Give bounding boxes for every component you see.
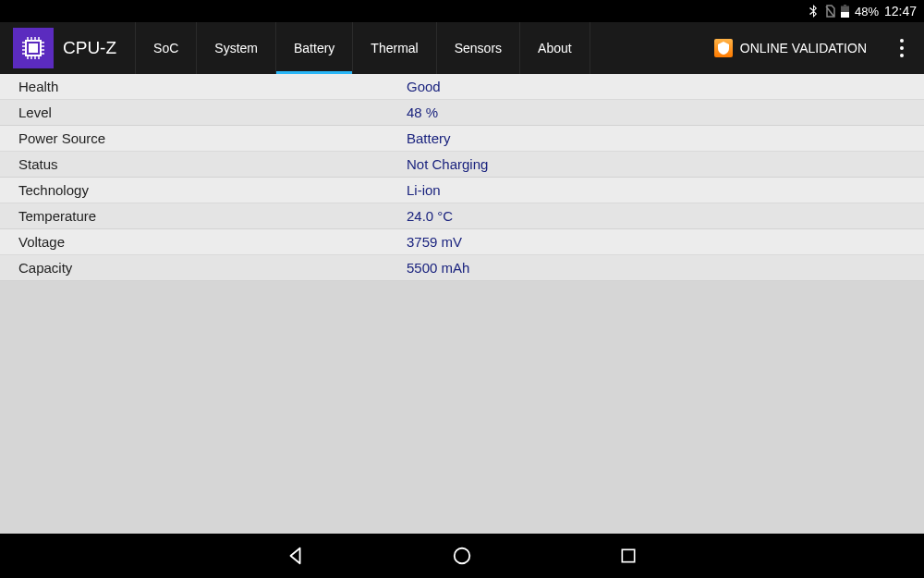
svg-rect-1 bbox=[841, 12, 849, 18]
info-row-health: Health Good bbox=[0, 74, 924, 100]
row-label: Capacity bbox=[0, 260, 407, 276]
tab-about[interactable]: About bbox=[520, 22, 590, 74]
svg-point-21 bbox=[455, 548, 470, 564]
info-row-power-source: Power Source Battery bbox=[0, 126, 924, 152]
nav-home-button[interactable] bbox=[444, 537, 480, 574]
row-value: Battery bbox=[407, 130, 451, 146]
tab-label: Sensors bbox=[455, 41, 502, 55]
tab-sensors[interactable]: Sensors bbox=[437, 22, 520, 74]
tab-label: Thermal bbox=[371, 41, 418, 55]
row-label: Temperature bbox=[0, 208, 407, 224]
battery-percent: 48% bbox=[855, 5, 879, 18]
row-value: 24.0 °C bbox=[407, 208, 453, 224]
nav-back-button[interactable] bbox=[277, 537, 314, 574]
row-value: 3759 mV bbox=[407, 234, 462, 250]
back-icon bbox=[286, 546, 306, 566]
info-row-voltage: Voltage 3759 mV bbox=[0, 229, 924, 255]
info-row-level: Level 48 % bbox=[0, 100, 924, 126]
row-label: Power Source bbox=[0, 130, 407, 146]
more-vert-icon bbox=[900, 39, 904, 57]
tab-label: System bbox=[214, 41, 258, 55]
tab-label: SoC bbox=[153, 41, 178, 55]
validation-badge-icon bbox=[714, 39, 733, 57]
android-nav-bar bbox=[0, 534, 924, 578]
tab-system[interactable]: System bbox=[197, 22, 276, 74]
clock: 12:47 bbox=[884, 4, 917, 18]
svg-rect-2 bbox=[844, 5, 846, 6]
info-row-technology: Technology Li-ion bbox=[0, 178, 924, 203]
row-label: Voltage bbox=[0, 234, 407, 250]
no-sim-icon bbox=[824, 5, 835, 18]
home-icon bbox=[452, 546, 472, 566]
tab-thermal[interactable]: Thermal bbox=[353, 22, 436, 74]
tab-battery[interactable]: Battery bbox=[276, 22, 353, 74]
info-row-status: Status Not Charging bbox=[0, 152, 924, 178]
overflow-menu-button[interactable] bbox=[880, 22, 924, 74]
app-bar: CPU-Z SoC System Battery Thermal Sensors… bbox=[0, 22, 924, 74]
row-value: 48 % bbox=[407, 105, 438, 120]
row-label: Health bbox=[0, 79, 407, 94]
tab-soc[interactable]: SoC bbox=[135, 22, 197, 74]
nav-recent-button[interactable] bbox=[610, 537, 647, 574]
battery-icon bbox=[841, 5, 849, 18]
info-row-temperature: Temperature 24.0 °C bbox=[0, 203, 924, 229]
tab-label: About bbox=[538, 41, 572, 55]
online-validation-button[interactable]: ONLINE VALIDATION bbox=[701, 22, 880, 74]
row-value: Not Charging bbox=[407, 156, 488, 172]
row-label: Level bbox=[0, 105, 407, 120]
tab-label: Battery bbox=[294, 41, 334, 55]
row-label: Status bbox=[0, 156, 407, 172]
app-title: CPU-Z bbox=[63, 22, 135, 74]
info-row-capacity: Capacity 5500 mAh bbox=[0, 255, 924, 281]
battery-info-list: Health Good Level 48 % Power Source Batt… bbox=[0, 74, 924, 281]
tabs: SoC System Battery Thermal Sensors About bbox=[135, 22, 701, 74]
row-value: 5500 mAh bbox=[407, 260, 469, 276]
svg-rect-22 bbox=[622, 549, 634, 561]
row-value: Good bbox=[407, 79, 441, 94]
app-icon bbox=[13, 28, 54, 68]
bluetooth-icon bbox=[808, 5, 819, 18]
square-icon bbox=[619, 547, 638, 565]
android-status-bar: 48% 12:47 bbox=[0, 0, 924, 22]
row-label: Technology bbox=[0, 182, 407, 198]
svg-rect-4 bbox=[29, 43, 38, 53]
row-value: Li-ion bbox=[407, 182, 441, 198]
validation-label: ONLINE VALIDATION bbox=[740, 41, 867, 55]
